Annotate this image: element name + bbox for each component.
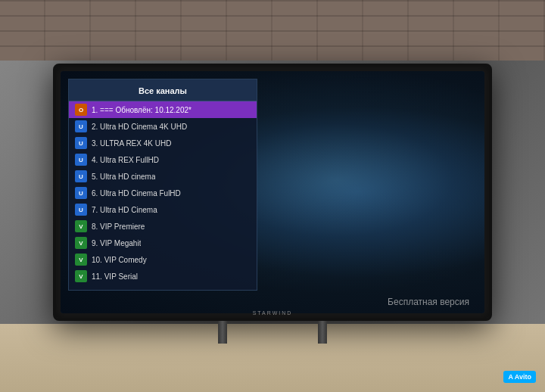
channel-item-3[interactable]: U3. ULTRA REX 4K UHD <box>69 135 257 151</box>
channel-panel-header: Все каналы <box>69 79 257 101</box>
channel-name-11: 11. VIP Serial <box>92 272 138 281</box>
channel-name-5: 5. Ultra HD cinema <box>92 173 155 181</box>
free-version-label: Бесплатная версия <box>388 297 469 307</box>
channel-badge-2: U <box>75 120 87 132</box>
channel-name-2: 2. Ultra HD Cinema 4K UHD <box>92 123 187 131</box>
channel-name-6: 6. Ultra HD Cinema FulHD <box>92 189 181 198</box>
channel-panel-title: Все каналы <box>139 86 187 95</box>
channel-badge-4: U <box>75 154 87 166</box>
channel-item-9[interactable]: V9. VIP Megahit <box>69 235 257 251</box>
channel-name-4: 4. Ultra REX FullHD <box>92 156 159 164</box>
channel-item-4[interactable]: U4. Ultra REX FullHD <box>69 151 257 168</box>
tv-screen: Все каналы O1. === Обновлён: 10.12.202*U… <box>61 71 484 313</box>
channel-name-9: 9. VIP Megahit <box>92 239 141 247</box>
channel-badge-8: V <box>75 220 87 232</box>
channel-badge-10: V <box>75 254 87 266</box>
channel-item-5[interactable]: U5. Ultra HD cinema <box>69 168 257 185</box>
tv-leg-left <box>218 321 227 344</box>
tv-body: Все каналы O1. === Обновлён: 10.12.202*U… <box>53 64 492 321</box>
tv-brand-label: STARWIND <box>253 310 293 316</box>
channel-name-10: 10. VIP Comedy <box>92 256 147 264</box>
channel-item-8[interactable]: V8. VIP Premiere <box>69 218 257 235</box>
channel-badge-1: O <box>75 104 87 116</box>
tv-leg-right <box>318 321 327 344</box>
channel-badge-6: U <box>75 187 87 199</box>
tv-container: Все каналы O1. === Обновлён: 10.12.202*U… <box>53 64 492 344</box>
avito-badge: A Avito <box>503 371 536 383</box>
channel-badge-3: U <box>75 137 87 149</box>
wall-texture <box>0 0 545 61</box>
channel-list[interactable]: O1. === Обновлён: 10.12.202*U2. Ultra HD… <box>69 101 257 285</box>
channel-name-3: 3. ULTRA REX 4K UHD <box>92 139 171 148</box>
channel-item-2[interactable]: U2. Ultra HD Cinema 4K UHD <box>69 118 257 135</box>
channel-badge-5: U <box>75 170 87 182</box>
avito-badge-text: A Avito <box>508 373 531 381</box>
channel-item-7[interactable]: U7. Ultra HD Cinema <box>69 201 257 218</box>
channel-item-11[interactable]: V11. VIP Serial <box>69 268 257 285</box>
channel-item-1[interactable]: O1. === Обновлён: 10.12.202* <box>69 101 257 118</box>
channel-name-1: 1. === Обновлён: 10.12.202* <box>92 106 192 114</box>
channel-badge-11: V <box>75 270 87 282</box>
channel-panel: Все каналы O1. === Обновлён: 10.12.202*U… <box>68 79 257 291</box>
channel-badge-7: U <box>75 204 87 216</box>
channel-name-8: 8. VIP Premiere <box>92 222 145 231</box>
channel-badge-9: V <box>75 237 87 249</box>
channel-item-6[interactable]: U6. Ultra HD Cinema FulHD <box>69 185 257 201</box>
tv-stand <box>53 321 492 344</box>
channel-item-10[interactable]: V10. VIP Comedy <box>69 251 257 268</box>
channel-name-7: 7. Ultra HD Cinema <box>92 206 157 214</box>
